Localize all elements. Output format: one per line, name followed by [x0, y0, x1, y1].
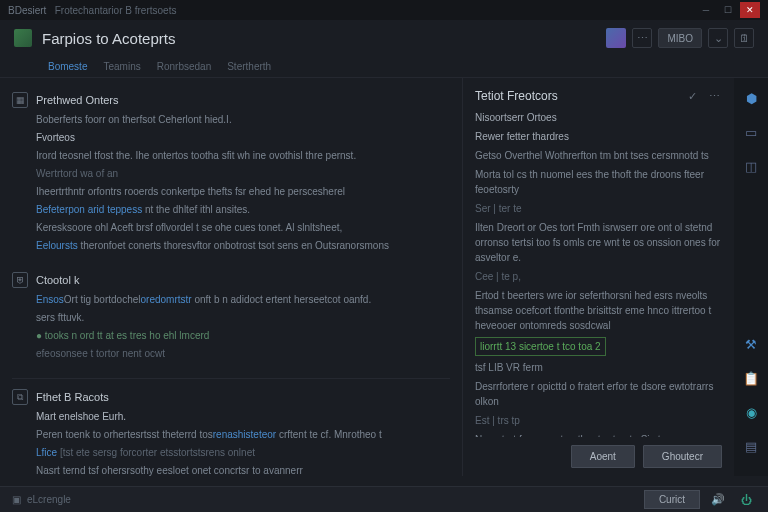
calendar-icon[interactable]: 🗓 [734, 28, 754, 48]
footer-button[interactable]: Curict [644, 490, 700, 509]
app-icon [14, 29, 32, 47]
tab-2[interactable]: Ronrbsedan [157, 61, 211, 72]
section-title: Ctootol k [36, 274, 79, 286]
check-icon[interactable]: ✓ [684, 88, 700, 104]
link[interactable]: oredomrtstr [141, 294, 192, 305]
content-left: ▦Prethwed Onters Boberferts foorr on the… [0, 78, 462, 476]
shield-icon: ⛨ [12, 272, 28, 288]
link[interactable]: Befeterpon arid teppess [36, 204, 142, 215]
package-icon[interactable]: ◫ [739, 154, 763, 178]
tool-icon[interactable]: ⚒ [739, 332, 763, 356]
tab-0[interactable]: Bomeste [48, 61, 87, 72]
camera-icon[interactable]: ◉ [739, 400, 763, 424]
shortcut-button[interactable]: Ghoutecr [643, 445, 722, 468]
titlebar-subtitle: Frotechantarior B frertsoets [55, 5, 177, 16]
section-title: Fthet B Racots [36, 391, 109, 403]
chevron-down-icon[interactable]: ⌄ [708, 28, 728, 48]
brand: BDesiert [8, 5, 46, 16]
panel-title: Tetiot Freotcors [475, 89, 558, 103]
tab-3[interactable]: Stertherth [227, 61, 271, 72]
code-highlight: liorrtt 13 sicertoe t tco toa 2 [475, 337, 606, 356]
link[interactable]: Eeloursts [36, 240, 78, 251]
account-badge-icon[interactable] [606, 28, 626, 48]
plug-icon[interactable]: ⏻ [736, 492, 756, 508]
mode-selector[interactable]: MIBO [658, 28, 702, 48]
folder-icon[interactable]: ▭ [739, 120, 763, 144]
status-icon: ▣ [12, 494, 21, 505]
box-icon: ⧉ [12, 389, 28, 405]
link[interactable]: Lfice [36, 447, 57, 458]
close-icon[interactable]: ✕ [740, 2, 760, 18]
maximize-icon[interactable]: ☐ [718, 2, 738, 18]
page-title: Farpios to Acoteprts [42, 30, 596, 47]
link[interactable]: Ensos [36, 294, 64, 305]
side-panel: Tetiot Freotcors ✓ ⋯ Nisoortserr Ortoes … [462, 78, 734, 476]
link[interactable]: renashisteteor [213, 429, 276, 440]
layers-icon[interactable]: ▤ [739, 434, 763, 458]
section-title: Prethwed Onters [36, 94, 119, 106]
right-sidebar: ⬢ ▭ ◫ ⚒ 📋 ◉ ▤ [734, 78, 768, 476]
section-icon: ▦ [12, 92, 28, 108]
tab-bar: Bomeste Teamins Ronrbsedan Stertherth [0, 56, 768, 78]
clipboard-icon[interactable]: 📋 [739, 366, 763, 390]
speaker-icon[interactable]: 🔊 [708, 492, 728, 508]
cube-icon[interactable]: ⬢ [739, 86, 763, 110]
header-option-icon[interactable]: ⋯ [632, 28, 652, 48]
minimize-icon[interactable]: ─ [696, 2, 716, 18]
more-icon[interactable]: ⋯ [706, 88, 722, 104]
tab-1[interactable]: Teamins [103, 61, 140, 72]
accept-button[interactable]: Aoent [571, 445, 635, 468]
status-text: eLcrengle [27, 494, 71, 505]
